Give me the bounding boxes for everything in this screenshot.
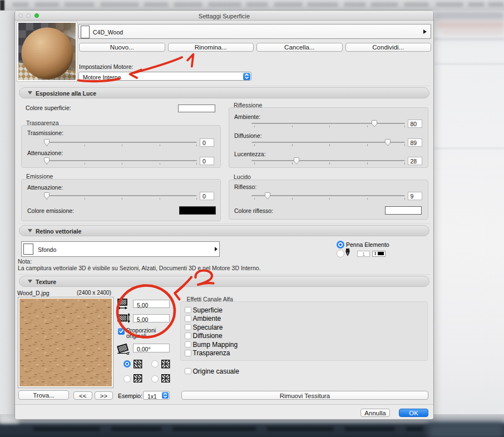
svg-text:α: α	[127, 350, 130, 355]
